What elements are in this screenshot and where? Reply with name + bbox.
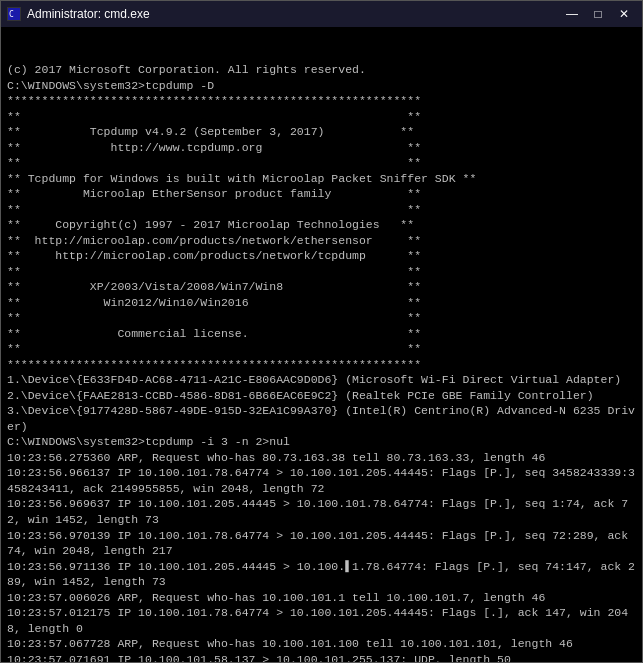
console-line: ** **	[7, 341, 636, 357]
console-line: ** Commercial license. **	[7, 326, 636, 342]
console-line: ** **	[7, 155, 636, 171]
console-line: 3.\Device\{9177428D-5867-49DE-915D-32EA1…	[7, 403, 636, 434]
console-line: 10:23:56.971136 IP 10.100.101.205.44445 …	[7, 559, 636, 590]
console-line: 1.\Device\{E633FD4D-AC68-4711-A21C-E806A…	[7, 372, 636, 388]
title-bar: C Administrator: cmd.exe — □ ✕	[1, 1, 642, 27]
console-line: 10:23:57.067728 ARP, Request who-has 10.…	[7, 636, 636, 652]
console-line: C:\WINDOWS\system32>tcpdump -i 3 -n 2>nu…	[7, 434, 636, 450]
console-line: 10:23:56.275360 ARP, Request who-has 80.…	[7, 450, 636, 466]
minimize-button[interactable]: —	[560, 5, 584, 23]
maximize-button[interactable]: □	[586, 5, 610, 23]
console-line: ** XP/2003/Vista/2008/Win7/Win8 **	[7, 279, 636, 295]
console-line: ** Tcpdump v4.9.2 (September 3, 2017) **	[7, 124, 636, 140]
svg-text:C: C	[9, 10, 14, 19]
console-line: 2.\Device\{FAAE2813-CCBD-4586-8D81-6B66E…	[7, 388, 636, 404]
console-line: ** Microolap EtherSensor product family …	[7, 186, 636, 202]
close-button[interactable]: ✕	[612, 5, 636, 23]
console-line: ** **	[7, 310, 636, 326]
console-line: ** http://www.tcpdump.org **	[7, 140, 636, 156]
console-line: ** **	[7, 202, 636, 218]
console-line: ** **	[7, 264, 636, 280]
console-line: ****************************************…	[7, 93, 636, 109]
console-line: ** **	[7, 109, 636, 125]
console-line: (c) 2017 Microsoft Corporation. All righ…	[7, 62, 636, 78]
console-line: ** Win2012/Win10/Win2016 **	[7, 295, 636, 311]
console-line: 10:23:56.969637 IP 10.100.101.205.44445 …	[7, 496, 636, 527]
console-line: 10:23:56.966137 IP 10.100.101.78.64774 >…	[7, 465, 636, 496]
console-line: 10:23:56.970139 IP 10.100.101.78.64774 >…	[7, 528, 636, 559]
console-line: ** Tcpdump for Windows is built with Mic…	[7, 171, 636, 187]
console-line: ****************************************…	[7, 357, 636, 373]
console-output: (c) 2017 Microsoft Corporation. All righ…	[1, 27, 642, 662]
console-line: 10:23:57.012175 IP 10.100.101.78.64774 >…	[7, 605, 636, 636]
window-title: Administrator: cmd.exe	[27, 7, 150, 21]
title-bar-left: C Administrator: cmd.exe	[7, 7, 150, 21]
console-line: ** Copyright(c) 1997 - 2017 Microolap Te…	[7, 217, 636, 233]
title-bar-controls: — □ ✕	[560, 5, 636, 23]
console-text: (c) 2017 Microsoft Corporation. All righ…	[7, 62, 636, 662]
console-line: ** http://microolap.com/products/network…	[7, 233, 636, 249]
console-line: 10:23:57.006026 ARP, Request who-has 10.…	[7, 590, 636, 606]
cmd-window: C Administrator: cmd.exe — □ ✕ (c) 2017 …	[0, 0, 643, 663]
console-line: ** http://microolap.com/products/network…	[7, 248, 636, 264]
cmd-icon: C	[7, 7, 21, 21]
console-line: 10:23:57.071691 IP 10.100.101.58.137 > 1…	[7, 652, 636, 662]
console-line: C:\WINDOWS\system32>tcpdump -D	[7, 78, 636, 94]
